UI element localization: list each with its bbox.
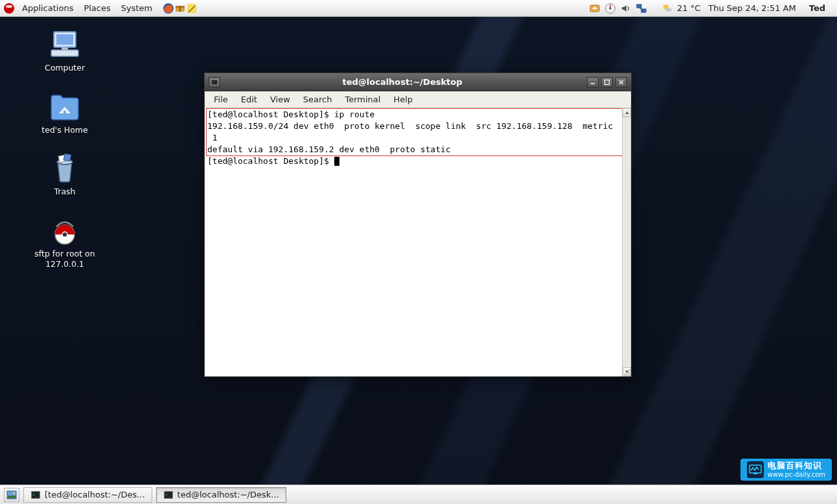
scroll-up-button[interactable] <box>623 108 631 117</box>
desktop-icon-label: ted's Home <box>41 125 87 135</box>
terminal-window: >_ ted@localhost:~/Desktop File Edit Vie… <box>204 73 632 377</box>
resize-grip-icon[interactable] <box>622 367 631 376</box>
menu-system[interactable]: System <box>116 1 157 15</box>
svg-text:>_: >_ <box>212 80 218 85</box>
scroll-track[interactable] <box>623 117 631 367</box>
taskbar-item-2[interactable]: >_ ted@localhost:~/Desk... <box>156 487 286 503</box>
terminal-menubar: File Edit View Search Terminal Help <box>205 91 631 108</box>
update-notifier-icon[interactable] <box>589 3 601 14</box>
svg-line-34 <box>629 374 630 376</box>
desktop-icon-label: Trash <box>54 187 75 197</box>
desktop-icon-label: sftp for root on 127.0.0.1 <box>16 249 113 269</box>
window-title: ted@localhost:~/Desktop <box>220 77 584 87</box>
window-menu-icon[interactable]: >_ <box>209 77 220 87</box>
desktop-icon-sftp[interactable]: sftp for root on 127.0.0.1 <box>13 215 117 269</box>
terminal-scrollbar[interactable] <box>622 108 631 376</box>
svg-text:>_: >_ <box>32 492 38 498</box>
network-icon[interactable] <box>636 3 647 14</box>
weather-icon[interactable] <box>661 3 673 14</box>
svg-text:>_: >_ <box>165 492 171 498</box>
svg-rect-20 <box>63 111 66 115</box>
svg-rect-19 <box>62 47 68 50</box>
menu-file[interactable]: File <box>207 93 235 106</box>
system-tray: 21 °C Thu Sep 24, 2:51 AM Ted <box>585 3 834 14</box>
show-desktop-button[interactable] <box>4 488 19 502</box>
menu-search[interactable]: Search <box>297 93 339 106</box>
svg-rect-18 <box>51 50 78 56</box>
notes-launcher-icon[interactable] <box>186 3 198 14</box>
terminal-app-icon: >_ <box>30 490 41 500</box>
svg-rect-23 <box>63 154 71 161</box>
trash-icon <box>47 153 82 184</box>
svg-point-15 <box>665 8 672 12</box>
maximize-button[interactable] <box>601 77 613 87</box>
menu-applications[interactable]: Applications <box>17 1 78 15</box>
terminal-cursor <box>334 157 339 166</box>
watermark-url: www.pc-daily.com <box>768 471 825 478</box>
firefox-launcher-icon[interactable] <box>163 3 174 14</box>
svg-rect-38 <box>8 496 16 498</box>
svg-point-10 <box>610 7 612 9</box>
temperature-text: 21 °C <box>677 3 700 13</box>
close-button[interactable] <box>615 77 627 87</box>
menu-edit[interactable]: Edit <box>235 93 264 106</box>
taskbar-item-label: [ted@localhost:~/Des... <box>45 490 145 499</box>
desktop-icon-label: Computer <box>45 63 85 73</box>
svg-rect-36 <box>753 473 757 474</box>
clock-text[interactable]: Thu Sep 24, 2:51 AM <box>704 3 799 13</box>
minimize-button[interactable] <box>587 77 599 87</box>
package-manager-launcher-icon[interactable] <box>174 3 186 14</box>
watermark: 电脑百科知识 www.pc-daily.com <box>740 459 832 481</box>
svg-point-25 <box>62 232 67 237</box>
svg-rect-11 <box>637 5 641 8</box>
network-place-icon <box>47 215 82 246</box>
computer-icon <box>47 29 82 60</box>
volume-icon[interactable] <box>620 3 632 14</box>
terminal-app-icon: >_ <box>163 490 174 500</box>
window-titlebar[interactable]: >_ ted@localhost:~/Desktop <box>205 73 631 91</box>
menu-help[interactable]: Help <box>387 93 419 106</box>
menu-terminal[interactable]: Terminal <box>338 93 387 106</box>
svg-point-1 <box>6 5 12 7</box>
distro-logo-icon <box>3 2 16 15</box>
top-panel: Applications Places System 21 °C Thu Sep… <box>0 0 837 17</box>
svg-rect-29 <box>605 80 610 84</box>
taskbar-item-1[interactable]: >_ [ted@localhost:~/Des... <box>23 487 152 503</box>
svg-point-39 <box>14 492 16 494</box>
bottom-panel: >_ [ted@localhost:~/Des... >_ ted@localh… <box>0 485 837 504</box>
watermark-title: 电脑百科知识 <box>768 461 825 470</box>
menu-view[interactable]: View <box>264 93 297 106</box>
terminal-body[interactable]: [ted@localhost Desktop]$ ip route 192.16… <box>205 108 631 376</box>
desktop-icons: Computer ted's Home Trash sftp for root … <box>13 29 117 269</box>
terminal-text: [ted@localhost Desktop]$ ip route 192.16… <box>205 108 631 168</box>
svg-rect-5 <box>179 6 181 12</box>
desktop-icon-trash[interactable]: Trash <box>13 153 117 197</box>
taskbar-item-label: ted@localhost:~/Desk... <box>178 490 279 499</box>
menu-places[interactable]: Places <box>78 1 115 15</box>
desktop-icon-home[interactable]: ted's Home <box>13 91 117 135</box>
svg-rect-17 <box>56 34 73 45</box>
desktop-icon-computer[interactable]: Computer <box>13 29 117 73</box>
cpu-monitor-icon[interactable] <box>604 3 616 14</box>
svg-point-0 <box>4 3 14 14</box>
user-menu[interactable]: Ted <box>804 3 831 13</box>
home-folder-icon <box>47 91 82 122</box>
watermark-icon <box>747 461 764 478</box>
